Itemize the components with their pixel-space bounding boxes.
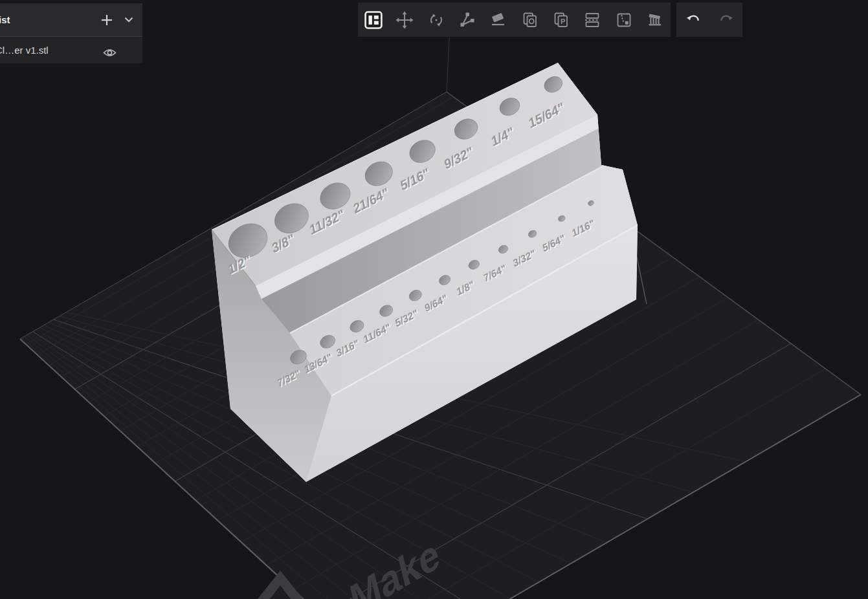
rotate-icon — [427, 11, 445, 29]
move-icon — [395, 11, 414, 29]
split-icon — [583, 11, 601, 29]
redo-button[interactable] — [712, 6, 740, 34]
tool-move-button[interactable] — [390, 6, 419, 34]
tool-split-button[interactable] — [578, 6, 606, 34]
tool-seam-button[interactable] — [610, 6, 638, 34]
toggle-visibility-button[interactable] — [100, 45, 119, 60]
undo-button[interactable] — [679, 6, 707, 34]
plus-icon — [100, 13, 114, 27]
chevron-down-icon — [124, 17, 133, 23]
history-panel — [676, 3, 742, 37]
eye-icon — [103, 48, 117, 58]
redo-icon — [717, 11, 735, 29]
object-list-panel: ist Cl…er v1.stl — [0, 3, 142, 63]
slicer-app: Make — [0, 0, 868, 599]
collapse-panel-button[interactable] — [122, 14, 136, 25]
object-list-title: ist — [0, 14, 10, 25]
object-list-header: ist — [0, 3, 142, 37]
add-object-button[interactable] — [97, 10, 117, 30]
tool-rotate-button[interactable] — [422, 6, 451, 34]
tool-copy-button[interactable] — [516, 6, 544, 34]
svg-text:P: P — [561, 17, 565, 25]
plate-layout-icon — [364, 10, 383, 30]
transform-toolbar: P — [358, 3, 671, 37]
object-filename: Cl…er v1.stl — [0, 45, 49, 56]
tool-plate-layout-button[interactable] — [359, 6, 388, 34]
seam-icon — [615, 11, 633, 29]
copy-icon — [521, 11, 539, 29]
supports-icon — [646, 11, 664, 29]
paste-icon: P — [552, 11, 570, 29]
scale-icon — [458, 11, 476, 29]
3d-viewport[interactable]: Make — [0, 0, 868, 599]
tool-paste-button[interactable]: P — [547, 6, 575, 34]
tool-lay-on-face-button[interactable] — [484, 6, 513, 34]
lay-on-face-icon — [489, 11, 507, 29]
object-list-item[interactable]: Cl…er v1.stl — [0, 37, 142, 63]
tool-scale-button[interactable] — [453, 6, 482, 34]
tool-supports-button[interactable] — [641, 6, 669, 34]
undo-icon — [684, 11, 702, 29]
